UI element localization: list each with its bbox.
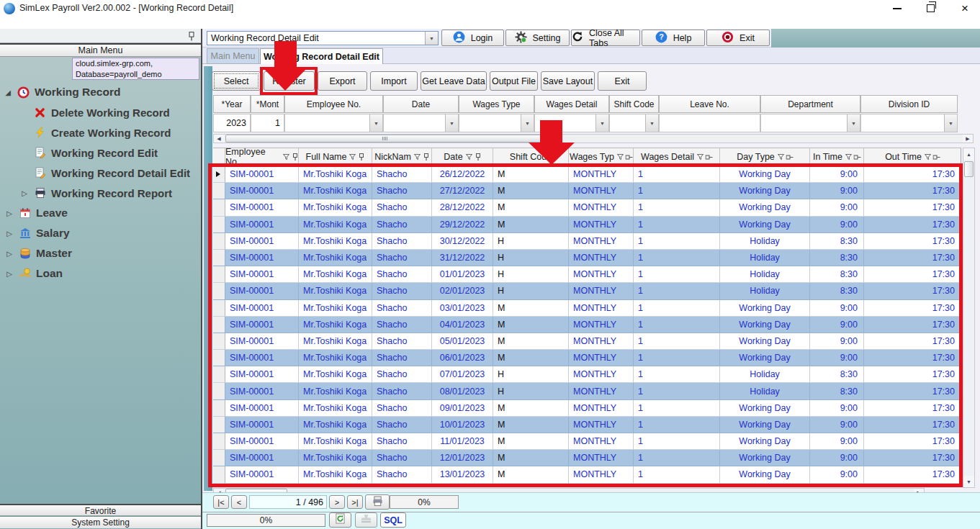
scroll-right-icon[interactable]: ▶ [963,135,973,143]
tree-item-working-record-report[interactable]: ▷ Working Record Report [0,183,201,203]
chevron-down-icon[interactable]: ▼ [944,114,957,132]
grid-header-wages-type[interactable]: Wages Typ [569,148,634,166]
output-file-button[interactable]: Output File [490,71,538,91]
tree-item-salary[interactable]: ▷ Salary [0,223,201,243]
table-row[interactable]: SIM-00001 Mr.Toshiki Koga Shacho 08/01/2… [213,383,961,399]
table-row[interactable]: SIM-00001 Mr.Toshiki Koga Shacho 29/12/2… [213,217,961,233]
collapsed-triangle-icon[interactable]: ▷ [5,250,14,258]
year-input[interactable]: 2023 [213,114,251,132]
filter-funnel-icon[interactable] [617,154,624,160]
close-button[interactable]: × [952,1,978,15]
favorite-panel[interactable]: Favorite [0,504,201,515]
table-row[interactable]: SIM-00001 Mr.Toshiki Koga Shacho 27/12/2… [213,183,961,199]
table-row[interactable]: SIM-00001 Mr.Toshiki Koga Shacho 03/01/2… [213,300,961,317]
filter-funnel-icon[interactable] [778,154,784,160]
print-button[interactable] [365,494,390,510]
table-row[interactable]: SIM-00001 Mr.Toshiki Koga Shacho 06/01/2… [213,350,961,366]
collapsed-triangle-icon[interactable]: ▷ [5,230,14,238]
chevron-down-icon[interactable]: ▼ [425,32,438,45]
setting-button[interactable]: Setting [505,30,570,46]
table-row[interactable]: SIM-00001 Mr.Toshiki Koga Shacho 11/01/2… [213,433,961,450]
collapsed-triangle-icon[interactable]: ▷ [5,209,14,217]
table-row[interactable]: SIM-00001 Mr.Toshiki Koga Shacho 09/01/2… [213,400,961,417]
table-row[interactable]: SIM-00001 Mr.Toshiki Koga Shacho 05/01/2… [213,333,961,350]
division-id-dropdown[interactable]: ▼ [860,114,958,132]
shift-code-dropdown[interactable]: ▼ [609,114,659,132]
get-leave-data-button[interactable]: Get Leave Data [421,71,487,91]
chevron-down-icon[interactable]: ▼ [645,114,658,132]
exit-action-button[interactable]: Exit [598,71,647,91]
login-button[interactable]: Login [441,30,504,46]
table-row[interactable]: SIM-00001 Mr.Toshiki Koga Shacho 30/12/2… [213,233,961,250]
table-row[interactable]: SIM-00001 Mr.Toshiki Koga Shacho 28/12/2… [213,199,961,216]
row-selector[interactable] [213,366,225,383]
tree-item-leave[interactable]: ▷ Leave [0,203,201,223]
filter-funnel-icon[interactable] [845,154,852,160]
tab-main-menu[interactable]: Main Menu [207,48,259,64]
table-row[interactable]: SIM-00001 Mr.Toshiki Koga Shacho 12/01/2… [213,450,961,466]
screen-selector-combobox[interactable]: Working Record Detail Edit ▼ [207,31,439,45]
pin-horizontal-icon[interactable] [854,154,862,160]
filter-funnel-icon[interactable] [466,154,472,160]
collapsed-triangle-icon[interactable]: ▷ [5,270,14,278]
register-button[interactable]: Register [264,71,315,91]
pin-icon[interactable] [423,153,429,161]
pin-icon[interactable] [292,153,298,161]
table-row[interactable]: SIM-00001 Mr.Toshiki Koga Shacho 07/01/2… [213,366,961,383]
wages-detail-dropdown[interactable]: ▼ [534,114,609,132]
scrollbar-thumb[interactable] [964,161,974,177]
chevron-down-icon[interactable]: ▼ [369,114,382,132]
first-page-button[interactable]: |< [213,495,229,509]
scroll-left-icon[interactable]: ◀ [214,135,224,143]
pin-horizontal-icon[interactable] [625,154,633,160]
leave-no-input[interactable] [659,114,760,132]
expanded-triangle-icon[interactable]: ◢ [4,89,12,96]
table-row[interactable]: SIM-00001 Mr.Toshiki Koga Shacho 26/12/2… [213,166,961,183]
row-selector[interactable] [213,217,225,233]
row-selector[interactable] [213,266,225,283]
wages-type-dropdown[interactable]: ▼ [459,114,534,132]
row-selector[interactable] [213,183,225,199]
row-selector[interactable] [213,417,225,433]
grid-header-full-name[interactable]: Full Name [299,148,372,166]
employee-no-dropdown[interactable]: ▼ [284,114,383,132]
table-row[interactable]: SIM-00001 Mr.Toshiki Koga Shacho 31/12/2… [213,250,961,266]
pin-horizontal-icon[interactable] [705,154,713,160]
chevron-down-icon[interactable]: ▼ [445,114,458,132]
tree-item-working-record-edit[interactable]: Working Record Edit [0,143,201,163]
row-selector[interactable] [213,383,225,399]
exit-button[interactable]: Exit [706,30,770,46]
row-selector[interactable] [213,466,225,483]
table-row[interactable]: SIM-00001 Mr.Toshiki Koga Shacho 02/01/2… [213,283,961,299]
stamp-button[interactable] [355,512,377,528]
table-row[interactable]: SIM-00001 Mr.Toshiki Koga Shacho 04/01/2… [213,317,961,333]
system-setting-panel[interactable]: System Setting [0,516,201,528]
row-selector[interactable] [213,350,225,366]
restore-button[interactable] [917,1,943,15]
grid-header-shift-code[interactable]: Shift Code [493,148,569,166]
tree-item-create-working-record[interactable]: Create Working Record [0,122,201,143]
chevron-down-icon[interactable]: ▼ [521,114,534,132]
month-input[interactable]: 1 [251,114,284,132]
grid-header-employee-no[interactable]: Employee No. [225,148,299,166]
row-selector[interactable] [213,166,225,183]
row-selector[interactable] [213,199,225,216]
row-selector[interactable] [213,433,225,450]
tree-item-loan[interactable]: ▷ Loan [0,263,201,284]
filter-funnel-icon[interactable] [349,154,356,160]
grid-header-in-time[interactable]: In Time [810,148,864,166]
save-layout-button[interactable]: Save Layout [541,71,595,91]
date-dropdown[interactable]: ▼ [383,114,459,132]
tree-item-delete-working-record[interactable]: Delete Working Record [0,102,201,122]
grid-header-out-time[interactable]: Out Time [864,148,961,166]
chevron-down-icon[interactable]: ▼ [595,114,608,132]
refresh-button[interactable] [329,512,351,528]
minimize-button[interactable] [884,1,910,15]
filter-funnel-icon[interactable] [925,154,931,160]
close-all-tabs-button[interactable]: Close All Tabs [571,30,640,46]
collapsed-triangle-icon[interactable]: ▷ [20,189,29,197]
grid-header-wages-detail[interactable]: Wages Detail [634,148,720,166]
filter-funnel-icon[interactable] [283,154,289,160]
tree-item-working-record[interactable]: ◢ Working Record [0,82,201,102]
sql-button[interactable]: SQL [380,512,406,528]
